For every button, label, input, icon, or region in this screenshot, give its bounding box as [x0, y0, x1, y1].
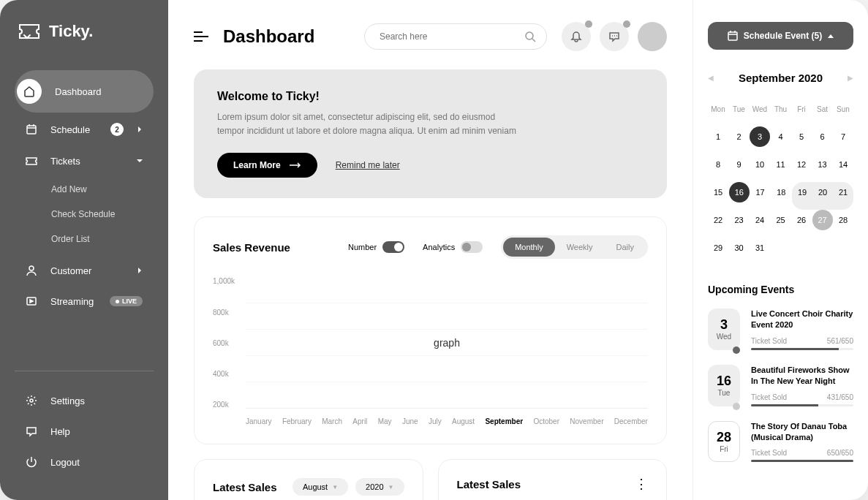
messages-button[interactable] — [600, 22, 629, 51]
cal-day[interactable]: 25 — [771, 210, 791, 230]
nav-label: Tickets — [50, 156, 124, 167]
cal-day[interactable]: 2 — [729, 126, 750, 147]
chevron-down-icon: ▼ — [332, 484, 338, 490]
search-input[interactable] — [364, 23, 547, 50]
cal-day[interactable]: 7 — [833, 126, 853, 147]
panel-title: Sales Revenue — [213, 241, 290, 254]
toggle-switch[interactable] — [382, 241, 404, 253]
sidebar-item-streaming[interactable]: Streaming LIVE — [15, 287, 154, 316]
toggle-switch[interactable] — [461, 241, 483, 253]
schedule-event-button[interactable]: Schedule Event (5) — [708, 22, 853, 50]
graph-placeholder: graph — [434, 337, 460, 349]
remind-later-link[interactable]: Remind me later — [336, 160, 400, 170]
cal-day[interactable]: 27 — [812, 210, 833, 230]
cal-day[interactable]: 11 — [771, 154, 791, 175]
event-item[interactable]: 3WedLive Concert Choir Charity Event 202… — [708, 308, 853, 350]
cal-day[interactable]: 4 — [771, 126, 791, 147]
event-date: 16Tue — [708, 365, 740, 406]
tab-monthly[interactable]: Monthly — [503, 238, 555, 257]
event-item[interactable]: 28FriThe Story Of Danau Toba (Musical Dr… — [708, 421, 853, 463]
cal-day[interactable]: 28 — [833, 210, 853, 230]
cal-day[interactable]: 19 — [792, 182, 812, 202]
cal-day[interactable]: 17 — [750, 182, 771, 202]
x-tick: March — [322, 417, 342, 425]
cal-day[interactable]: 22 — [708, 210, 728, 230]
analytics-toggle: Analytics — [423, 241, 483, 253]
sidebar-item-customer[interactable]: Customer — [15, 256, 154, 285]
bottom-panels: Latest Sales August▼ 2020▼ Latest Sales … — [194, 459, 667, 500]
panel-header: Sales Revenue Number Analytics Monthly — [213, 235, 648, 259]
cal-day[interactable]: 1 — [708, 126, 728, 147]
menu-icon[interactable] — [194, 31, 208, 42]
cal-day[interactable]: 16 — [729, 182, 750, 202]
meta-label: Ticket Sold — [751, 449, 787, 457]
upcoming-title: Upcoming Events — [708, 284, 853, 295]
notifications-button[interactable] — [562, 22, 591, 51]
number-toggle: Number — [348, 241, 404, 253]
sidebar-item-dashboard[interactable]: Dashboard — [15, 70, 154, 113]
sidebar-item-help[interactable]: Help — [15, 417, 154, 446]
cal-day[interactable]: 15 — [708, 182, 728, 202]
cal-day[interactable]: 9 — [729, 154, 750, 175]
meta-label: Ticket Sold — [751, 393, 787, 401]
learn-more-button[interactable]: Learn More — [217, 153, 317, 178]
search-box — [364, 23, 547, 50]
toggle-label: Number — [348, 243, 377, 251]
avatar[interactable] — [638, 22, 667, 51]
cal-day[interactable]: 21 — [833, 182, 853, 202]
chevron-down-icon: ▼ — [388, 484, 394, 490]
event-item[interactable]: 16TueBeautiful Fireworks Show In The New… — [708, 365, 853, 406]
cal-dow: Mon — [708, 99, 728, 119]
svg-rect-0 — [27, 126, 36, 134]
cal-day[interactable]: 26 — [791, 210, 812, 230]
tab-weekly[interactable]: Weekly — [555, 238, 605, 257]
sidebar-item-tickets[interactable]: Tickets — [15, 146, 154, 175]
x-tick: August — [452, 417, 475, 425]
sub-order-list[interactable]: Order List — [51, 227, 154, 251]
sub-check-schedule[interactable]: Check Schedule — [51, 202, 154, 227]
event-title: Live Concert Choir Charity Event 2020 — [751, 308, 853, 331]
welcome-card: Welcome to Ticky! Lorem ipsum dolor sit … — [194, 69, 667, 198]
meta-value: 561/650 — [827, 337, 853, 345]
event-dot — [733, 346, 740, 354]
cal-day — [833, 238, 853, 258]
sidebar-item-settings[interactable]: Settings — [15, 386, 154, 415]
sidebar-item-schedule[interactable]: Schedule 2 — [15, 114, 154, 145]
month-dropdown[interactable]: August▼ — [293, 478, 348, 496]
x-axis: JanuaryFebruaryMarchAprilMayJuneJulyAugu… — [213, 409, 648, 425]
next-month-button[interactable]: ▶ — [848, 74, 853, 82]
cal-day[interactable]: 12 — [791, 154, 812, 175]
more-button[interactable]: ⋮ — [635, 482, 648, 487]
meta-label: Ticket Sold — [751, 337, 787, 345]
cal-day[interactable]: 3 — [750, 126, 770, 147]
cal-day[interactable]: 5 — [791, 126, 812, 147]
x-tick: May — [378, 417, 392, 425]
cal-day[interactable]: 30 — [729, 238, 750, 258]
cal-day[interactable]: 24 — [750, 210, 770, 230]
power-icon — [26, 456, 37, 468]
cal-day[interactable]: 23 — [729, 210, 750, 230]
cal-day[interactable]: 31 — [750, 238, 770, 258]
x-tick: January — [246, 417, 272, 425]
chart-body: graph — [246, 277, 648, 409]
y-tick: 200k — [213, 401, 235, 409]
meta-value: 650/650 — [827, 449, 853, 457]
right-panel: Schedule Event (5) ◀ September 2020 ▶ Mo… — [692, 0, 868, 500]
cal-day[interactable]: 8 — [708, 154, 728, 175]
year-dropdown[interactable]: 2020▼ — [355, 478, 404, 496]
cal-day[interactable]: 14 — [833, 154, 853, 175]
prev-month-button[interactable]: ◀ — [708, 74, 714, 82]
cal-day[interactable]: 13 — [812, 154, 833, 175]
chat-icon — [608, 31, 620, 42]
cal-day[interactable]: 20 — [812, 182, 833, 202]
sidebar-item-logout[interactable]: Logout — [15, 447, 154, 477]
cal-day[interactable]: 10 — [750, 154, 770, 175]
sub-add-new[interactable]: Add New — [51, 177, 154, 202]
button-label: Schedule Event (5) — [744, 31, 822, 41]
cal-day[interactable]: 18 — [771, 182, 791, 202]
cal-day[interactable]: 6 — [812, 126, 833, 147]
logo[interactable]: Ticky. — [15, 22, 154, 41]
cal-day[interactable]: 29 — [708, 238, 728, 258]
tab-daily[interactable]: Daily — [605, 238, 646, 257]
brand-name: Ticky. — [49, 22, 93, 41]
